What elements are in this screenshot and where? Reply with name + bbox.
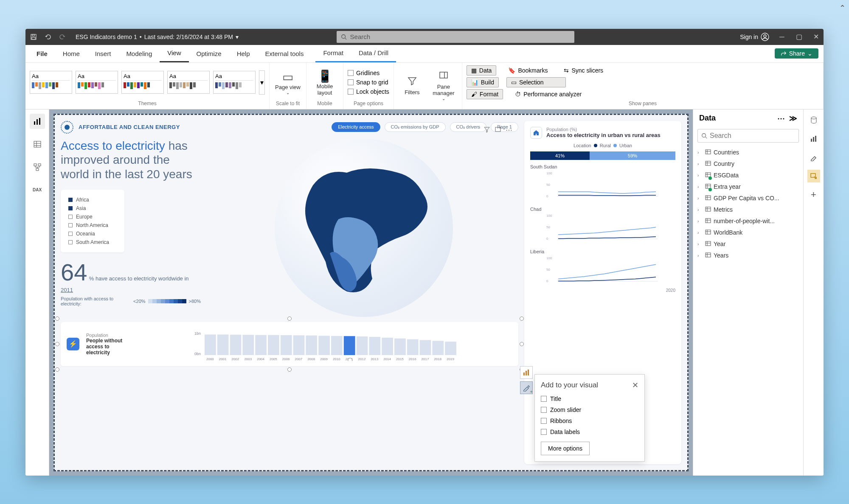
rail-build-icon[interactable] — [807, 132, 820, 145]
map-svg — [275, 139, 453, 317]
svg-point-61 — [348, 358, 352, 361]
rail-format-icon[interactable] — [807, 151, 820, 164]
table-row[interactable]: › ESGData — [697, 170, 800, 181]
share-button[interactable]: Share ⌄ — [775, 48, 818, 59]
rail-add-icon[interactable]: + — [807, 188, 820, 201]
rail-data-icon[interactable] — [807, 114, 820, 126]
svg-rect-51 — [394, 338, 406, 355]
theme-swatch-1[interactable]: Aa — [30, 71, 72, 94]
pane-sync-button[interactable]: ⇆Sync slicers — [559, 66, 607, 75]
popup-opt-labels[interactable]: Data labels — [541, 426, 638, 437]
on-object-build-icon[interactable] — [520, 366, 533, 379]
table-row[interactable]: › WorldBank — [697, 227, 800, 238]
svg-rect-31 — [268, 335, 279, 355]
mini-chart-1[interactable]: Chad 100 50 0 — [530, 207, 675, 245]
pane-build-button[interactable]: 📊Build — [467, 77, 499, 87]
data-pane-more-icon[interactable]: ⋯ — [777, 114, 785, 123]
mini-chart-2[interactable]: Liberia 100 50 0 — [530, 249, 675, 287]
visual-more-icon[interactable]: ⋯ — [506, 126, 512, 134]
pill-co2-gdp[interactable]: CO₂ emissions by GDP — [385, 122, 446, 132]
table-row[interactable]: › Country — [697, 158, 800, 170]
svg-text:2010: 2010 — [333, 357, 340, 361]
canvas-area[interactable]: AFFORTABLE AND CLEAN ENERGY Electricity … — [49, 109, 693, 476]
table-row[interactable]: › number-of-people-wit... — [697, 216, 800, 227]
sync-icon: ⇆ — [564, 67, 569, 74]
svg-rect-53 — [407, 339, 419, 355]
menu-view[interactable]: View — [160, 45, 188, 62]
menu-data-drill[interactable]: Data / Drill — [351, 45, 396, 61]
rail-selection-icon[interactable] — [807, 170, 820, 182]
dax-view-icon[interactable]: DAX — [30, 182, 45, 198]
minimize-icon[interactable]: ─ — [778, 33, 786, 41]
pane-data-button[interactable]: ▦Data — [467, 65, 497, 76]
menu-file[interactable]: File — [29, 45, 55, 62]
menu-home[interactable]: Home — [55, 45, 87, 62]
model-view-icon[interactable] — [30, 160, 45, 175]
mini-chart-0[interactable]: South Sudan 100 50 0 — [530, 164, 675, 202]
table-row[interactable]: › Extra year — [697, 181, 800, 193]
title-dropdown-icon[interactable]: ▾ — [236, 34, 239, 40]
themes-dropdown-icon[interactable]: ▾ — [259, 70, 265, 95]
theme-swatch-3[interactable]: Aa — [121, 71, 164, 94]
popup-opt-zoom[interactable]: Zoom slider — [541, 404, 638, 415]
menu-modeling[interactable]: Modeling — [118, 45, 160, 62]
menu-insert[interactable]: Insert — [87, 45, 119, 62]
popup-opt-title[interactable]: Title — [541, 393, 638, 404]
region-legend[interactable]: Africa Asia Europe North America Oceania… — [61, 190, 124, 252]
world-map[interactable]: ⋯ — [209, 139, 518, 317]
svg-rect-1 — [32, 34, 34, 36]
undo-icon[interactable] — [43, 32, 53, 42]
report-view-icon[interactable] — [30, 114, 45, 129]
signin-button[interactable]: Sign in — [740, 33, 769, 41]
menu-format[interactable]: Format — [315, 45, 351, 61]
visual-filter-icon[interactable] — [484, 126, 490, 134]
page-view-button[interactable]: ▭ Page view ⌄ — [274, 70, 302, 95]
menu-external-tools[interactable]: External tools — [258, 45, 312, 62]
filters-button[interactable]: Filters — [398, 76, 426, 95]
table-row[interactable]: › Years — [697, 250, 800, 261]
pill-co2-drivers[interactable]: CO₂ drivers — [450, 122, 487, 132]
gridlines-toggle[interactable]: Gridlines — [348, 69, 380, 77]
redo-icon[interactable] — [58, 32, 67, 42]
table-row[interactable]: › Countries — [697, 147, 800, 158]
home-icon[interactable] — [530, 127, 542, 139]
save-icon[interactable] — [29, 32, 38, 42]
theme-swatch-4[interactable]: Aa — [167, 71, 210, 94]
theme-swatch-2[interactable]: Aa — [76, 71, 118, 94]
popup-opt-ribbons[interactable]: Ribbons — [541, 415, 638, 426]
data-search[interactable]: Search — [697, 129, 799, 143]
svg-text:50: 50 — [546, 225, 550, 229]
report: AFFORTABLE AND CLEAN ENERGY Electricity … — [55, 115, 687, 470]
table-row[interactable]: › GDP Per Capita vs CO... — [697, 193, 800, 204]
pane-perf-button[interactable]: ⏱Performance analyzer — [511, 90, 586, 99]
stacked-bar[interactable]: 41% 59% — [530, 151, 675, 160]
search-box[interactable]: Search — [337, 31, 574, 43]
visual-focus-icon[interactable] — [495, 126, 501, 134]
pane-format-button[interactable]: 🖌Format — [467, 89, 503, 99]
pane-manager-button[interactable]: Pane manager ⌄ — [430, 70, 458, 101]
maximize-icon[interactable]: ▢ — [795, 33, 803, 41]
svg-rect-62 — [523, 372, 525, 375]
snap-toggle[interactable]: Snap to grid — [348, 78, 388, 87]
popup-close-icon[interactable]: ✕ — [632, 381, 638, 390]
lock-toggle[interactable]: Lock objects — [348, 87, 389, 96]
pane-selection-button[interactable]: ▭Selection — [506, 77, 566, 87]
table-view-icon[interactable] — [30, 137, 45, 152]
mobile-layout-button[interactable]: 📱 Mobile layout — [311, 69, 339, 96]
svg-text:2006: 2006 — [282, 357, 290, 361]
svg-rect-37 — [306, 335, 317, 355]
on-object-format-icon[interactable]: + — [520, 381, 533, 394]
theme-swatch-5[interactable]: Aa — [213, 71, 256, 94]
svg-rect-84 — [706, 173, 711, 177]
close-icon[interactable]: ✕ — [812, 33, 820, 41]
table-row[interactable]: › Metrics — [697, 204, 800, 216]
data-pane-collapse-icon[interactable]: ≫ — [789, 114, 797, 123]
menu-help[interactable]: Help — [229, 45, 258, 62]
pill-electricity[interactable]: Electricity access — [332, 122, 380, 132]
pane-bookmarks-button[interactable]: 🔖Bookmarks — [504, 66, 552, 75]
popup-more-button[interactable]: More options — [541, 442, 590, 455]
selected-bar-visual[interactable]: ⚡ Population People without access to el… — [61, 322, 518, 366]
svg-rect-59 — [445, 342, 456, 355]
table-row[interactable]: › Year — [697, 238, 800, 250]
menu-optimize[interactable]: Optimize — [189, 45, 229, 62]
